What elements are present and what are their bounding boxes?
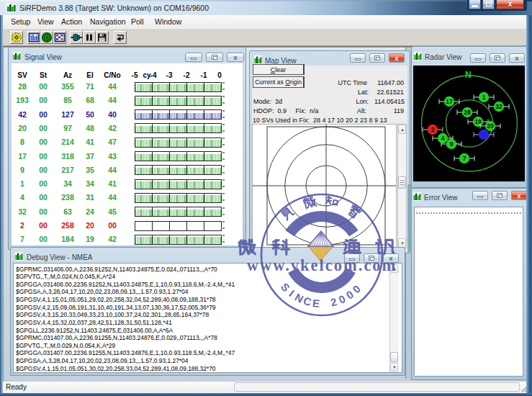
svg-text:N: N [465,70,472,80]
svg-text:32: 32 [495,103,502,110]
svg-text:1: 1 [482,94,486,101]
svg-text:28: 28 [464,109,471,116]
svg-text:17: 17 [446,98,453,105]
svg-text:20: 20 [487,122,494,130]
svg-text:7: 7 [463,155,466,162]
svg-text:9: 9 [450,140,454,148]
svg-text:2: 2 [431,126,435,133]
svg-text:4: 4 [441,135,445,142]
